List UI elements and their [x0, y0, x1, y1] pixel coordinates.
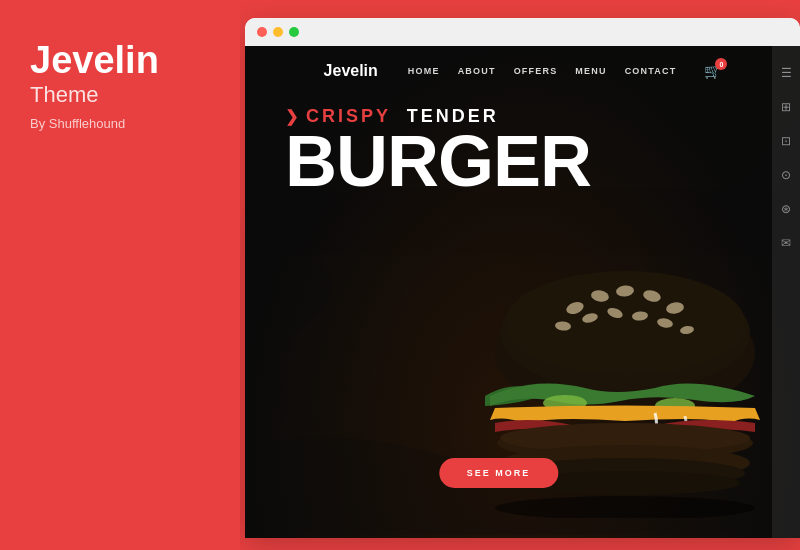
desktop-see-more-button[interactable]: SEE MORE [439, 458, 559, 488]
left-panel: Jevelin Theme By Shufflehound [0, 0, 240, 550]
desktop-sidebar-icons: ☰ ⊞ ⊡ ⊙ ⊛ ✉ [772, 46, 800, 538]
nav-about[interactable]: ABOUT [458, 66, 496, 76]
mail-icon[interactable]: ✉ [781, 236, 791, 250]
desktop-cart[interactable]: 🛒 0 [704, 62, 721, 80]
brand-title: Jevelin [30, 40, 210, 82]
desktop-browser-body: Jevelin HOME ABOUT OFFERS MENU CONTACT 🛒… [245, 46, 800, 538]
desktop-nav: Jevelin HOME ABOUT OFFERS MENU CONTACT 🛒… [245, 46, 800, 96]
menu-icon[interactable]: ☰ [781, 66, 792, 80]
settings-icon[interactable]: ⊛ [781, 202, 791, 216]
brand-subtitle: Theme [30, 82, 210, 108]
desktop-titlebar [245, 18, 800, 46]
desktop-nav-links: HOME ABOUT OFFERS MENU CONTACT [408, 66, 677, 76]
image-icon[interactable]: ⊞ [781, 100, 791, 114]
desktop-hero-content: ❯ CRISPY TENDER BURGER [245, 96, 800, 204]
desktop-cart-badge: 0 [715, 58, 727, 70]
desktop-dot-yellow [273, 27, 283, 37]
nav-contact[interactable]: CONTACT [625, 66, 677, 76]
desktop-logo: Jevelin [324, 62, 378, 80]
svg-point-15 [495, 496, 755, 518]
nav-offers[interactable]: OFFERS [514, 66, 558, 76]
desktop-mockup: Jevelin HOME ABOUT OFFERS MENU CONTACT 🛒… [245, 18, 800, 538]
desktop-dot-green [289, 27, 299, 37]
nav-home[interactable]: HOME [408, 66, 440, 76]
nav-menu[interactable]: MENU [575, 66, 606, 76]
desktop-burger-title: BURGER [285, 129, 760, 194]
time-icon[interactable]: ⊙ [781, 168, 791, 182]
expand-icon[interactable]: ⊡ [781, 134, 791, 148]
desktop-dot-red [257, 27, 267, 37]
brand-by: By Shufflehound [30, 116, 210, 131]
